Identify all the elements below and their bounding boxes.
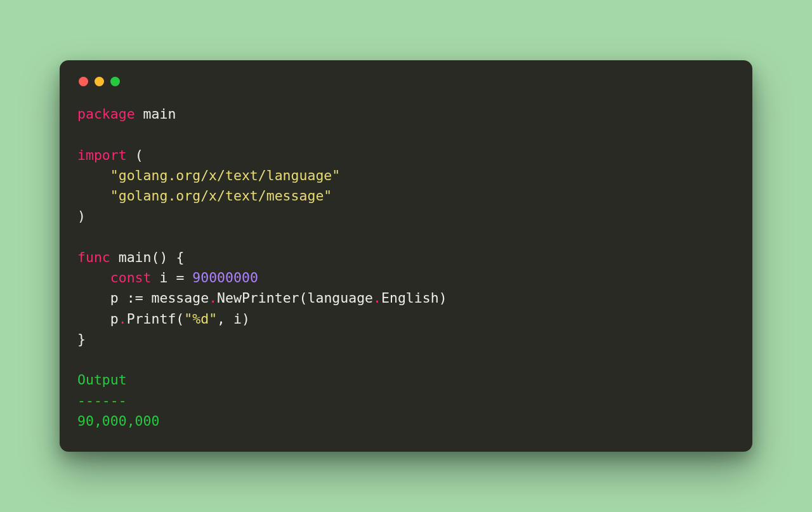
var-i: i xyxy=(159,270,167,286)
keyword-package: package xyxy=(77,106,135,122)
output-divider: ------ xyxy=(77,393,127,409)
ident-english: English xyxy=(381,290,439,306)
format-string: "%d" xyxy=(184,311,217,327)
maximize-icon[interactable] xyxy=(110,77,120,86)
minimize-icon[interactable] xyxy=(95,77,104,86)
paren-open: ( xyxy=(135,147,143,163)
code-block: package main import ( "golang.org/x/text… xyxy=(77,104,735,431)
paren-open: ( xyxy=(152,249,160,265)
keyword-func: func xyxy=(77,249,110,265)
pkg-message: message xyxy=(152,290,209,306)
number-literal: 90000000 xyxy=(192,270,258,286)
arg-i: i xyxy=(233,311,242,327)
paren-close: ) xyxy=(77,208,86,224)
assign: := xyxy=(127,290,143,306)
brace-open: { xyxy=(176,249,184,265)
output-value: 90,000,000 xyxy=(77,413,159,429)
output-label: Output xyxy=(77,372,127,388)
paren-close: ) xyxy=(159,249,167,265)
paren-close: ) xyxy=(439,290,447,306)
paren-close: ) xyxy=(242,311,250,327)
window-controls xyxy=(79,77,735,86)
dot: . xyxy=(373,290,381,306)
keyword-import: import xyxy=(77,147,127,163)
var-p: p xyxy=(110,290,119,306)
brace-close: } xyxy=(77,331,86,347)
paren-open: ( xyxy=(176,311,184,327)
equals: = xyxy=(176,270,184,286)
pkg-language: language xyxy=(308,290,374,306)
paren-open: ( xyxy=(299,290,308,306)
package-name: main xyxy=(143,106,176,122)
dot: . xyxy=(209,290,217,306)
keyword-const: const xyxy=(110,270,152,286)
code-window: package main import ( "golang.org/x/text… xyxy=(60,60,752,452)
import-path-2: "golang.org/x/text/message" xyxy=(110,188,332,204)
comma: , xyxy=(217,311,225,327)
var-p: p xyxy=(110,311,119,327)
func-printf: Printf xyxy=(127,311,176,327)
import-path-1: "golang.org/x/text/language" xyxy=(110,167,340,183)
close-icon[interactable] xyxy=(79,77,88,86)
func-newprinter: NewPrinter xyxy=(217,290,299,306)
dot: . xyxy=(119,311,127,327)
func-name: main xyxy=(119,249,152,265)
